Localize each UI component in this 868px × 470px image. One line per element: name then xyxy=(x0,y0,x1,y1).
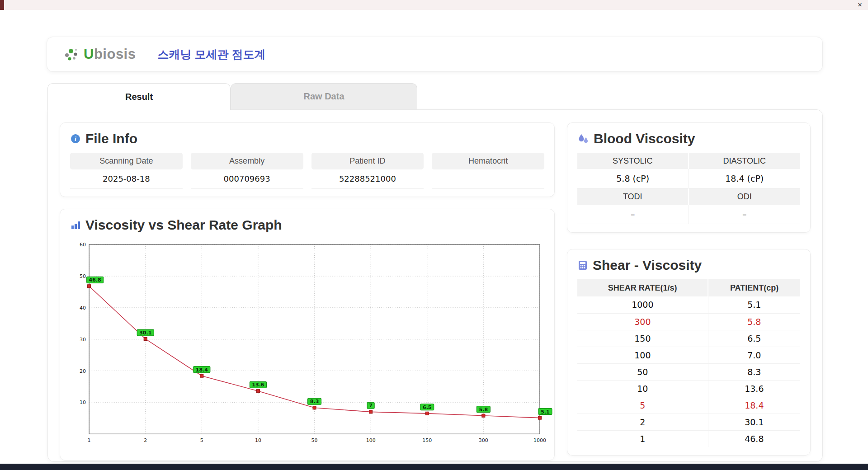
table-row: 1007.0 xyxy=(577,347,800,363)
calculator-icon xyxy=(577,260,588,271)
odi-header: ODI xyxy=(689,188,801,205)
tab-result[interactable]: Result xyxy=(47,83,231,110)
bv-value-row-2: – – xyxy=(577,205,800,224)
file-field: Scanning Date2025-08-18 xyxy=(70,153,183,188)
table-row: 1013.6 xyxy=(577,380,800,397)
shear-viscosity-title-row: Shear - Viscosity xyxy=(577,258,800,273)
shear-rate-column-header: SHEAR RATE(1/s) xyxy=(577,279,708,296)
table-row: 508.3 xyxy=(577,363,800,380)
file-field: Patient ID52288521000 xyxy=(311,153,424,188)
shear-rate-cell: 1000 xyxy=(577,296,708,313)
shear-viscosity-title: Shear - Viscosity xyxy=(593,258,702,273)
patient-cell: 7.0 xyxy=(708,347,800,363)
todi-header: TODI xyxy=(577,188,689,205)
bv-header-row-2: TODI ODI xyxy=(577,188,800,205)
ubiosis-logo: Ubiosis xyxy=(62,45,136,63)
file-info-title-row: i File Info xyxy=(70,131,544,146)
field-value: 000709693 xyxy=(191,169,303,188)
odi-value: – xyxy=(689,205,801,224)
shear-rate-cell: 300 xyxy=(577,313,708,330)
bottom-bar xyxy=(0,464,868,470)
table-header-row: SHEAR RATE(1/s) PATIENT(cp) xyxy=(577,279,800,296)
diastolic-header: DIASTOLIC xyxy=(689,153,801,169)
file-info-panel: i File Info Scanning Date2025-08-18Assem… xyxy=(60,122,555,197)
svg-text:7: 7 xyxy=(369,403,373,409)
screen: × Ubiosis 스캐닝 모세관 점도계 Result Raw Data xyxy=(0,0,868,470)
svg-text:1: 1 xyxy=(88,437,91,443)
result-content: i File Info Scanning Date2025-08-18Assem… xyxy=(47,109,823,462)
background-artifact xyxy=(0,0,4,10)
table-row: 10005.1 xyxy=(577,296,800,313)
svg-text:60: 60 xyxy=(80,242,86,248)
svg-text:150: 150 xyxy=(422,437,432,443)
svg-text:40: 40 xyxy=(80,305,86,311)
logo-text-green: U xyxy=(84,46,94,62)
right-column: Blood Viscosity SYSTOLIC DIASTOLIC 5.8 (… xyxy=(567,122,811,449)
svg-text:5.1: 5.1 xyxy=(541,409,550,415)
graph-panel: Viscosity vs Shear Rate Graph 1020304050… xyxy=(60,209,555,461)
field-label: Scanning Date xyxy=(70,153,183,169)
table-row: 3005.8 xyxy=(577,313,800,330)
shear-viscosity-table: SHEAR RATE(1/s) PATIENT(cp) 10005.13005.… xyxy=(577,279,800,447)
svg-text:300: 300 xyxy=(479,437,488,443)
tab-raw-data[interactable]: Raw Data xyxy=(231,83,417,109)
svg-text:2: 2 xyxy=(144,437,147,443)
shear-viscosity-panel: Shear - Viscosity SHEAR RATE(1/s) PATIEN… xyxy=(567,249,811,456)
todi-value: – xyxy=(577,205,689,224)
left-column: i File Info Scanning Date2025-08-18Assem… xyxy=(60,122,555,449)
svg-text:50: 50 xyxy=(311,437,318,443)
svg-text:13.6: 13.6 xyxy=(252,382,264,388)
svg-text:20: 20 xyxy=(80,368,86,374)
diastolic-value: 18.4 (cP) xyxy=(689,169,801,188)
app-title: 스캐닝 모세관 점도계 xyxy=(157,47,265,62)
svg-text:6.5: 6.5 xyxy=(423,404,432,410)
field-value: 2025-08-18 xyxy=(70,169,183,188)
field-label: Hematocrit xyxy=(432,153,544,169)
blood-viscosity-title: Blood Viscosity xyxy=(594,131,695,146)
blood-viscosity-panel: Blood Viscosity SYSTOLIC DIASTOLIC 5.8 (… xyxy=(567,122,811,233)
blood-viscosity-title-row: Blood Viscosity xyxy=(577,131,800,146)
table-row: 230.1 xyxy=(577,414,800,430)
window-titlebar: × xyxy=(0,0,868,10)
systolic-header: SYSTOLIC xyxy=(577,153,689,169)
svg-text:50: 50 xyxy=(80,273,86,279)
field-label: Patient ID xyxy=(311,153,424,169)
field-label: Assembly xyxy=(191,153,303,169)
field-value xyxy=(432,169,544,188)
svg-text:i: i xyxy=(75,136,76,142)
patient-cell: 8.3 xyxy=(708,363,800,380)
svg-text:10: 10 xyxy=(255,437,261,443)
shear-table-body: 10005.13005.81506.51007.0508.31013.6518.… xyxy=(577,296,800,447)
shear-rate-cell: 2 xyxy=(577,414,708,430)
info-icon: i xyxy=(70,133,81,144)
file-info-title: File Info xyxy=(85,131,137,146)
bar-chart-icon xyxy=(70,220,81,230)
patient-cell: 5.1 xyxy=(708,296,800,313)
patient-cell: 18.4 xyxy=(708,397,800,414)
shear-rate-cell: 150 xyxy=(577,330,708,347)
shear-rate-cell: 100 xyxy=(577,347,708,363)
patient-cell: 30.1 xyxy=(708,414,800,430)
shear-rate-cell: 50 xyxy=(577,363,708,380)
table-row: 518.4 xyxy=(577,397,800,414)
patient-cell: 6.5 xyxy=(708,330,800,347)
viscosity-chart: 10203040506046.8130.1218.4513.6108.35071… xyxy=(70,237,544,452)
svg-text:100: 100 xyxy=(366,437,376,443)
file-field: Hematocrit xyxy=(432,153,544,188)
table-row: 1506.5 xyxy=(577,330,800,347)
svg-text:30.1: 30.1 xyxy=(139,330,151,336)
systolic-value: 5.8 (cP) xyxy=(577,169,689,188)
field-value: 52288521000 xyxy=(311,169,424,188)
svg-text:30: 30 xyxy=(80,337,86,343)
graph-title: Viscosity vs Shear Rate Graph xyxy=(85,217,282,233)
svg-text:5: 5 xyxy=(200,437,203,443)
window-close-button[interactable]: × xyxy=(858,0,862,9)
file-field: Assembly000709693 xyxy=(191,153,303,188)
logo-text: Ubiosis xyxy=(84,46,136,62)
graph-title-row: Viscosity vs Shear Rate Graph xyxy=(70,217,544,233)
chart-area: 10203040506046.8130.1218.4513.6108.35071… xyxy=(70,237,544,452)
patient-column-header: PATIENT(cp) xyxy=(708,279,800,296)
shear-rate-cell: 5 xyxy=(577,397,708,414)
patient-cell: 5.8 xyxy=(708,313,800,330)
blood-drop-icon xyxy=(577,133,589,145)
